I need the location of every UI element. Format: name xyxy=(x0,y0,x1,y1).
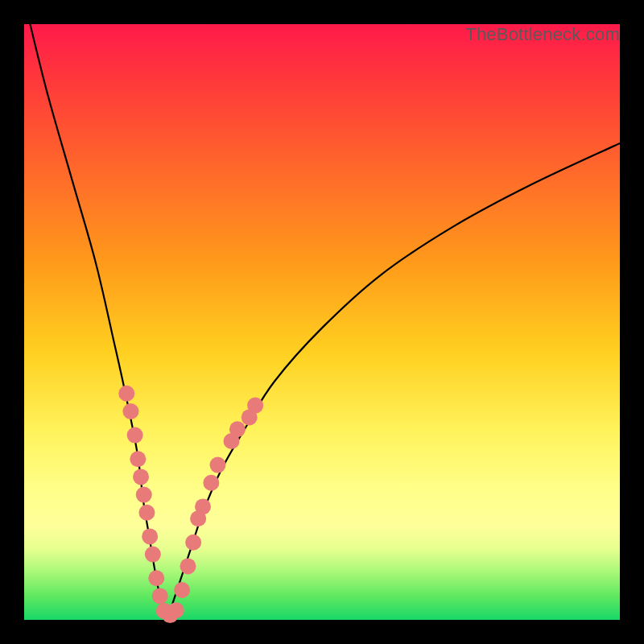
bead-marker xyxy=(138,505,155,521)
chart-frame: TheBottleneck.com xyxy=(0,0,644,644)
bead-marker xyxy=(136,487,152,503)
bead-marker xyxy=(229,421,246,437)
bead-marker xyxy=(130,451,146,467)
watermark-text: TheBottleneck.com xyxy=(465,24,620,45)
bead-marker xyxy=(180,558,196,574)
bead-marker xyxy=(152,588,168,604)
bead-marker xyxy=(133,469,149,485)
bead-marker xyxy=(174,582,190,598)
bead-marker xyxy=(142,528,158,544)
bead-marker xyxy=(148,570,164,586)
bead-marker xyxy=(145,547,161,563)
bead-marker xyxy=(247,398,263,414)
bead-marker xyxy=(118,386,134,402)
bead-group xyxy=(118,386,263,623)
bead-marker xyxy=(185,535,201,551)
bead-marker xyxy=(127,427,143,444)
bead-marker xyxy=(168,602,184,618)
bead-marker xyxy=(210,457,226,473)
bead-marker xyxy=(122,403,138,419)
bead-marker xyxy=(195,498,211,514)
bead-marker xyxy=(203,475,219,491)
curve-right-branch xyxy=(167,143,620,620)
chart-svg xyxy=(0,0,644,644)
